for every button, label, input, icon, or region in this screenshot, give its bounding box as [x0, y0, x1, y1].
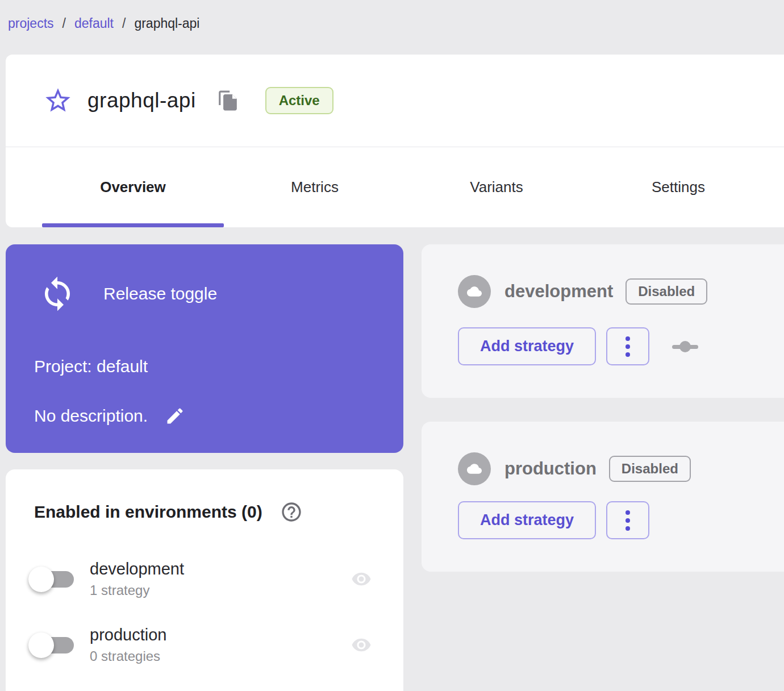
- breadcrumb: projects / default / graphql-api: [8, 16, 199, 31]
- cloud-icon: [458, 275, 491, 308]
- question-mark-circle-icon: [280, 501, 303, 523]
- eye-icon: [347, 569, 376, 589]
- breadcrumb-default-link[interactable]: default: [74, 16, 114, 31]
- toggle-description-row: No description.: [34, 405, 186, 427]
- panel-actions: Add strategy: [458, 501, 649, 539]
- development-strategy-panel: development Disabled Add strategy: [422, 244, 784, 398]
- tab-settings[interactable]: Settings: [587, 178, 769, 196]
- tab-metrics[interactable]: Metrics: [224, 178, 406, 196]
- help-button[interactable]: [280, 500, 303, 524]
- copy-icon: [217, 90, 239, 111]
- panel-environment-name: production: [504, 459, 597, 479]
- environment-strategy-count: 1 strategy: [90, 582, 184, 598]
- environment-status-badge: Disabled: [625, 278, 707, 305]
- cloud-icon: [458, 452, 491, 485]
- kebab-menu-icon: [625, 510, 630, 531]
- toggle-thumb: [28, 567, 54, 592]
- enabled-environments-card: Enabled in environments (0) development …: [6, 469, 403, 691]
- view-production-button[interactable]: [347, 634, 376, 656]
- production-toggle[interactable]: [28, 631, 77, 659]
- production-strategy-panel: production Disabled Add strategy: [422, 422, 784, 572]
- panel-header: production Disabled: [458, 452, 691, 485]
- toggle-project-label: Project: default: [34, 357, 148, 376]
- environment-row-development: development 1 strategy: [28, 549, 376, 609]
- status-badge: Active: [265, 87, 333, 114]
- environment-labels: production 0 strategies: [90, 626, 166, 664]
- environment-row-production: production 0 strategies: [28, 615, 376, 675]
- eye-icon: [347, 635, 376, 655]
- more-options-button-development[interactable]: [606, 327, 649, 365]
- enabled-environments-title: Enabled in environments (0): [34, 502, 262, 522]
- page-title: graphql-api: [87, 89, 196, 113]
- toggle-type-card: Release toggle Project: default No descr…: [6, 244, 403, 453]
- commit-icon: [672, 339, 698, 354]
- environment-strategy-count: 0 strategies: [90, 648, 166, 664]
- toggle-description-label: No description.: [34, 406, 148, 426]
- toggle-thumb: [28, 632, 54, 658]
- feature-header-row: graphql-api Active: [6, 55, 784, 147]
- environment-name: development: [90, 560, 184, 578]
- add-strategy-button-production[interactable]: Add strategy: [458, 501, 596, 539]
- loop-icon: [39, 275, 76, 313]
- add-strategy-button-development[interactable]: Add strategy: [458, 327, 596, 365]
- environment-status-badge: Disabled: [609, 456, 691, 482]
- star-outline-icon: [43, 86, 73, 115]
- breadcrumb-projects-link[interactable]: projects: [8, 16, 54, 31]
- tab-variants[interactable]: Variants: [406, 178, 587, 196]
- more-options-button-production[interactable]: [606, 501, 649, 539]
- toggle-type-label: Release toggle: [103, 284, 217, 303]
- enabled-environments-title-row: Enabled in environments (0): [34, 500, 303, 524]
- breadcrumb-separator: /: [62, 16, 66, 31]
- view-development-button[interactable]: [347, 568, 376, 590]
- kebab-menu-icon: [625, 336, 630, 357]
- breadcrumb-separator: /: [122, 16, 126, 31]
- panel-header: development Disabled: [458, 275, 707, 308]
- pencil-icon: [165, 406, 185, 426]
- feature-tabs: Overview Metrics Variants Settings: [6, 147, 784, 227]
- environment-labels: development 1 strategy: [90, 560, 184, 598]
- environment-name: production: [90, 626, 166, 644]
- breadcrumb-current: graphql-api: [134, 16, 199, 31]
- panel-actions: Add strategy: [458, 327, 698, 365]
- active-tab-indicator: [42, 223, 224, 227]
- favorite-button[interactable]: [43, 86, 73, 115]
- edit-description-button[interactable]: [164, 405, 186, 427]
- copy-name-button[interactable]: [216, 89, 239, 112]
- feature-header-card: graphql-api Active Overview Metrics Vari…: [6, 55, 784, 227]
- tab-overview[interactable]: Overview: [42, 178, 224, 196]
- development-toggle[interactable]: [28, 565, 77, 593]
- panel-environment-name: development: [504, 281, 613, 302]
- toggle-type-head: Release toggle: [39, 275, 217, 313]
